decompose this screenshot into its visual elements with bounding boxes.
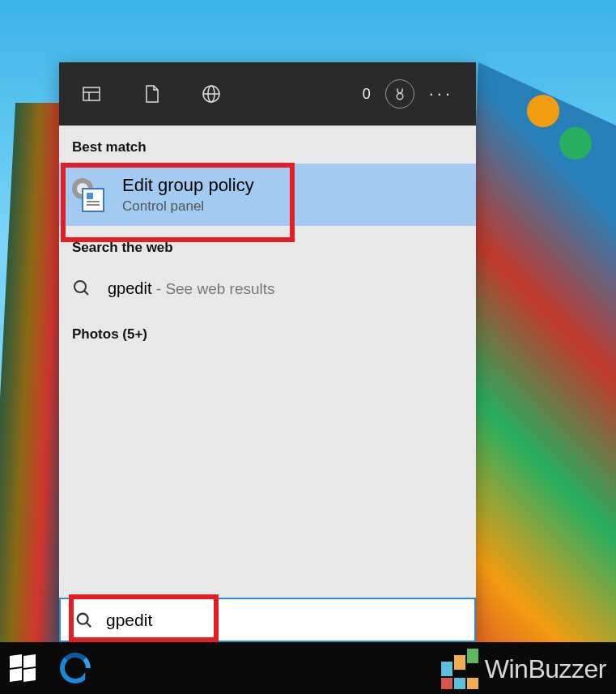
best-match-label: Best match <box>59 126 476 164</box>
watermark: WinBuzzer <box>441 649 606 689</box>
result-title: Edit group policy <box>122 175 254 196</box>
rewards-count: 0 <box>363 86 371 103</box>
apps-filter-icon[interactable] <box>82 84 101 104</box>
search-results: Best match Edit group policy Control pan… <box>59 126 476 598</box>
search-box[interactable] <box>59 598 476 642</box>
photos-label: Photos (5+) <box>59 313 476 351</box>
documents-filter-icon[interactable] <box>142 84 161 104</box>
watermark-text: WinBuzzer <box>485 654 606 684</box>
search-panel: 0 ··· Best match Edit group policy Contr… <box>59 62 476 642</box>
background-decoration <box>454 62 616 694</box>
web-query-text: gpedit <box>108 279 152 297</box>
group-policy-icon <box>72 178 106 212</box>
watermark-logo-icon <box>441 649 478 689</box>
more-options-icon[interactable]: ··· <box>429 83 453 104</box>
search-icon <box>72 279 91 298</box>
search-panel-header: 0 ··· <box>59 62 476 126</box>
svg-point-9 <box>78 613 88 624</box>
web-filter-icon[interactable] <box>202 84 221 104</box>
result-subtitle: Control panel <box>122 198 254 215</box>
search-web-label: Search the web <box>59 226 476 264</box>
search-icon <box>75 611 93 629</box>
edge-browser-icon[interactable] <box>60 653 91 683</box>
web-result[interactable]: gpedit - See web results <box>59 264 476 313</box>
rewards-medal-icon[interactable] <box>385 79 414 109</box>
best-match-result[interactable]: Edit group policy Control panel <box>59 164 476 226</box>
web-suffix-text: - See web results <box>152 280 275 297</box>
svg-point-7 <box>74 281 86 292</box>
svg-line-8 <box>84 291 88 295</box>
svg-line-10 <box>87 622 91 627</box>
svg-point-6 <box>397 93 403 100</box>
svg-rect-0 <box>83 87 100 100</box>
start-button[interactable] <box>10 655 36 681</box>
search-input[interactable] <box>106 611 460 630</box>
